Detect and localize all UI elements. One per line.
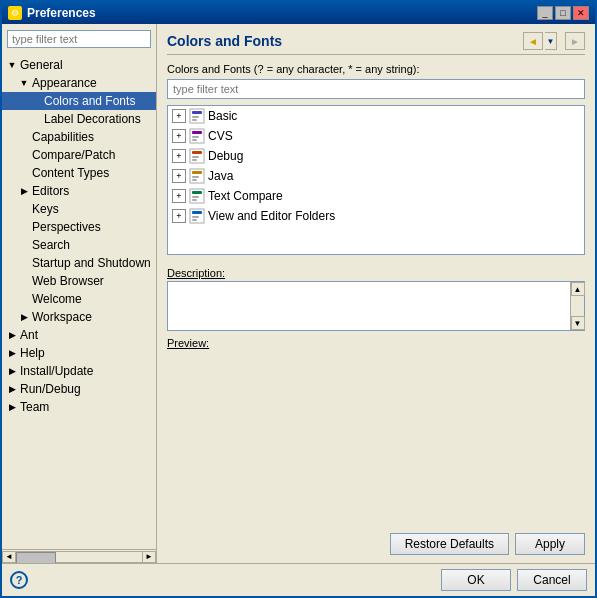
list-item-cvs[interactable]: + CVS (168, 126, 584, 146)
tree-item-compare-patch[interactable]: Compare/Patch (2, 146, 156, 164)
apply-button[interactable]: Apply (515, 533, 585, 555)
tree-label-general: General (20, 58, 63, 72)
nav-forward-button[interactable]: ► (565, 32, 585, 50)
description-box: ▲ ▼ (167, 281, 585, 331)
description-scrollbar: ▲ ▼ (570, 282, 584, 330)
list-item-debug[interactable]: + Debug (168, 146, 584, 166)
tree-item-help[interactable]: ▶ Help (2, 344, 156, 362)
tree-item-run-debug[interactable]: ▶ Run/Debug (2, 380, 156, 398)
horizontal-scrollbar[interactable]: ◄ ► (2, 549, 156, 563)
cancel-button[interactable]: Cancel (517, 569, 587, 591)
tree-item-workspace[interactable]: ▶ Workspace (2, 308, 156, 326)
tree-label-help: Help (20, 346, 45, 360)
svg-rect-15 (192, 179, 197, 181)
ok-button[interactable]: OK (441, 569, 511, 591)
expand-icon-web (16, 273, 32, 289)
list-item-icon-debug (189, 148, 205, 164)
maximize-button[interactable]: □ (555, 6, 571, 20)
tree-label-perspectives: Perspectives (32, 220, 101, 234)
list-item-icon-cvs (189, 128, 205, 144)
colors-list: + Basic + CVS + (167, 105, 585, 255)
window-title: Preferences (27, 6, 96, 20)
tree-label-team: Team (20, 400, 49, 414)
nav-back-dropdown[interactable]: ▼ (545, 32, 557, 50)
preferences-window: ⚙ Preferences _ □ ✕ ▼ General ▼ (0, 0, 597, 598)
tree-item-ant[interactable]: ▶ Ant (2, 326, 156, 344)
expand-icon-content (16, 165, 32, 181)
expand-java-icon[interactable]: + (172, 169, 186, 183)
tree-item-team[interactable]: ▶ Team (2, 398, 156, 416)
svg-rect-6 (192, 136, 199, 138)
panel-buttons: Restore Defaults Apply (167, 527, 585, 555)
list-label-debug: Debug (208, 149, 243, 163)
list-label-cvs: CVS (208, 129, 233, 143)
help-button[interactable]: ? (10, 571, 28, 589)
list-item-icon-java (189, 168, 205, 184)
tree-item-keys[interactable]: Keys (2, 200, 156, 218)
svg-rect-23 (192, 219, 197, 221)
scroll-left-btn[interactable]: ◄ (2, 551, 16, 563)
expand-icon-search (16, 237, 32, 253)
preview-label: Preview: (167, 337, 585, 349)
list-item-view-editor-folders[interactable]: + View and Editor Folders (168, 206, 584, 226)
list-item-text-compare[interactable]: + Text Compare (168, 186, 584, 206)
expand-icon-perspectives (16, 219, 32, 235)
expand-icon-install: ▶ (4, 363, 20, 379)
colors-filter-input[interactable] (167, 79, 585, 99)
expand-icon-colors (28, 93, 44, 109)
tree-item-search[interactable]: Search (2, 236, 156, 254)
tree-label-label-decorations: Label Decorations (44, 112, 141, 126)
scroll-right-btn[interactable]: ► (142, 551, 156, 563)
list-item-java[interactable]: + Java (168, 166, 584, 186)
tree-label-editors: Editors (32, 184, 69, 198)
expand-cvs-icon[interactable]: + (172, 129, 186, 143)
nav-back-button[interactable]: ◄ (523, 32, 543, 50)
tree-label-web-browser: Web Browser (32, 274, 104, 288)
tree-item-startup-shutdown[interactable]: Startup and Shutdown (2, 254, 156, 272)
expand-debug-icon[interactable]: + (172, 149, 186, 163)
svg-rect-22 (192, 216, 199, 218)
panel-title-container: Colors and Fonts ◄ ▼ ► (167, 32, 585, 55)
list-label-view-editor-folders: View and Editor Folders (208, 209, 335, 223)
svg-rect-11 (192, 159, 197, 161)
expand-icon-workspace: ▶ (16, 309, 32, 325)
expand-icon-team: ▶ (4, 399, 20, 415)
forward-arrow-icon: ► (570, 36, 580, 47)
expand-icon-appearance: ▼ (16, 75, 32, 91)
tree-item-capabilities[interactable]: Capabilities (2, 128, 156, 146)
scroll-thumb[interactable] (16, 552, 56, 564)
tree-item-general[interactable]: ▼ General (2, 56, 156, 74)
close-button[interactable]: ✕ (573, 6, 589, 20)
tree-item-colors-and-fonts[interactable]: Colors and Fonts (2, 92, 156, 110)
tree-item-web-browser[interactable]: Web Browser (2, 272, 156, 290)
expand-view-editor-icon[interactable]: + (172, 209, 186, 223)
scroll-down-btn[interactable]: ▼ (571, 316, 585, 330)
svg-rect-18 (192, 196, 199, 198)
tree-label-compare-patch: Compare/Patch (32, 148, 115, 162)
tree-item-label-decorations[interactable]: Label Decorations (2, 110, 156, 128)
svg-rect-5 (192, 131, 202, 134)
tree-item-appearance[interactable]: ▼ Appearance (2, 74, 156, 92)
tree-item-install-update[interactable]: ▶ Install/Update (2, 362, 156, 380)
expand-icon-compare (16, 147, 32, 163)
tree-item-welcome[interactable]: Welcome (2, 290, 156, 308)
svg-rect-21 (192, 211, 202, 214)
tree-item-editors[interactable]: ▶ Editors (2, 182, 156, 200)
description-label: Description: (167, 267, 585, 279)
tree-item-perspectives[interactable]: Perspectives (2, 218, 156, 236)
minimize-button[interactable]: _ (537, 6, 553, 20)
list-item-basic[interactable]: + Basic (168, 106, 584, 126)
titlebar-left: ⚙ Preferences (8, 6, 96, 20)
svg-rect-9 (192, 151, 202, 154)
expand-basic-icon[interactable]: + (172, 109, 186, 123)
expand-icon-ant: ▶ (4, 327, 20, 343)
expand-icon-capabilities (16, 129, 32, 145)
svg-rect-19 (192, 199, 197, 201)
tree-filter-input[interactable] (7, 30, 151, 48)
expand-text-compare-icon[interactable]: + (172, 189, 186, 203)
restore-defaults-button[interactable]: Restore Defaults (390, 533, 509, 555)
tree-item-content-types[interactable]: Content Types (2, 164, 156, 182)
scroll-up-btn[interactable]: ▲ (571, 282, 585, 296)
list-label-text-compare: Text Compare (208, 189, 283, 203)
tree-label-welcome: Welcome (32, 292, 82, 306)
